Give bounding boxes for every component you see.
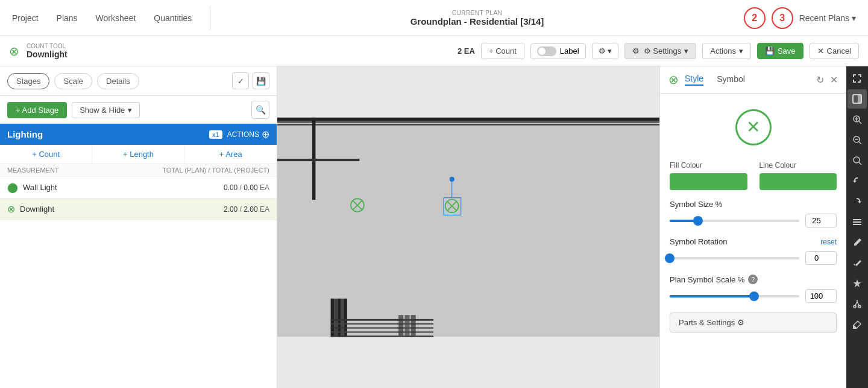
svg-rect-2 bbox=[277, 121, 659, 122]
nav-project[interactable]: Project bbox=[12, 13, 39, 23]
symbol-size-slider[interactable] bbox=[670, 220, 799, 222]
svg-line-38 bbox=[859, 162, 861, 165]
line-colour-swatch[interactable] bbox=[760, 173, 837, 190]
stage-header: Lighting x1 ACTIONS ⊕ bbox=[0, 124, 277, 145]
rotation-row: 0 bbox=[670, 251, 837, 265]
label-toggle[interactable]: Label bbox=[530, 43, 586, 59]
save-small-button[interactable]: 💾 bbox=[253, 72, 269, 89]
svg-point-37 bbox=[854, 157, 860, 163]
rotation-header: Symbol Rotation reset bbox=[670, 237, 837, 246]
fill-colour-swatch[interactable] bbox=[670, 173, 747, 190]
list-icon[interactable] bbox=[848, 212, 867, 232]
checkmark-button[interactable]: ✓ bbox=[232, 72, 249, 89]
marker-icon[interactable] bbox=[848, 274, 867, 293]
add-stage-button[interactable]: + Add Stage bbox=[7, 102, 67, 118]
pen-icon[interactable] bbox=[848, 315, 867, 334]
stage-actions[interactable]: ACTIONS ⊕ bbox=[227, 129, 269, 140]
tab-style[interactable]: Style bbox=[685, 74, 703, 86]
search-icon: 🔍 bbox=[256, 105, 266, 115]
recent-plans-button[interactable]: Recent Plans ▾ bbox=[799, 13, 856, 23]
expand-icon[interactable] bbox=[848, 69, 867, 88]
nav-worksheet[interactable]: Worksheet bbox=[96, 13, 136, 23]
switch-track[interactable] bbox=[537, 46, 556, 56]
nav-links: Project Plans Worksheet Quantities bbox=[12, 13, 192, 23]
svg-rect-3 bbox=[277, 124, 659, 126]
svg-rect-11 bbox=[331, 319, 433, 321]
zoom-in-icon[interactable] bbox=[848, 110, 867, 129]
switch-thumb bbox=[538, 48, 546, 55]
panel-body: ✕ Fill Colour Line Colour Symbol Size % bbox=[660, 94, 846, 342]
stage-name: Lighting bbox=[7, 129, 209, 139]
scale-label: Plan Symbol Scale % bbox=[670, 275, 744, 284]
count-tool-label: COUNT TOOL bbox=[27, 43, 68, 49]
wall-light-icon: ⬤ bbox=[7, 182, 18, 193]
zoom-fit-icon[interactable] bbox=[848, 151, 867, 170]
item-name-downlight: Downlight bbox=[20, 205, 224, 214]
current-plan-label: CURRENT PLAN bbox=[228, 10, 725, 16]
pencil-icon[interactable] bbox=[848, 233, 867, 252]
color-section: Fill Colour Line Colour bbox=[670, 161, 837, 190]
gear-icon-button[interactable]: ⚙ ▾ bbox=[592, 43, 618, 59]
line-colour-label: Line Colour bbox=[760, 161, 837, 170]
zoom-out-icon[interactable] bbox=[848, 130, 867, 150]
cut-icon[interactable] bbox=[848, 294, 867, 314]
nav-plans[interactable]: Plans bbox=[57, 13, 78, 23]
close-panel-button[interactable]: ✕ bbox=[830, 74, 838, 86]
svg-line-31 bbox=[859, 121, 861, 124]
undo-icon[interactable] bbox=[848, 171, 867, 191]
cancel-button[interactable]: ✕ Cancel bbox=[810, 43, 859, 59]
svg-rect-1 bbox=[277, 118, 659, 121]
tab-stages[interactable]: Stages bbox=[7, 73, 49, 89]
count-btn[interactable]: + Count bbox=[0, 145, 92, 164]
actions-button[interactable]: Actions ▾ bbox=[702, 43, 751, 59]
help-icon[interactable]: ? bbox=[748, 275, 758, 284]
scale-header: Plan Symbol Scale % ? bbox=[670, 275, 837, 284]
symbol-rotation-section: Symbol Rotation reset 0 bbox=[670, 237, 837, 265]
area-btn[interactable]: + Area bbox=[185, 145, 277, 164]
svg-rect-16 bbox=[398, 315, 403, 336]
plan-symbol-scale-section: Plan Symbol Scale % ? 100 bbox=[670, 275, 837, 303]
count-button[interactable]: + Count bbox=[481, 43, 524, 59]
panel-toggle-icon[interactable] bbox=[848, 89, 867, 109]
symbol-size-row: 25 bbox=[670, 214, 837, 227]
nav-quantities[interactable]: Quantities bbox=[154, 13, 192, 23]
nav-btn-2[interactable]: 2 bbox=[744, 7, 766, 29]
svg-point-27 bbox=[450, 177, 454, 182]
item-downlight[interactable]: ⊗ Downlight 2.00 / 2.00 EA bbox=[0, 199, 277, 220]
nav-btn-3[interactable]: 3 bbox=[772, 7, 793, 29]
item-wall-light[interactable]: ⬤ Wall Light 0.00 / 0.00 EA bbox=[0, 177, 277, 199]
canvas-area[interactable] bbox=[277, 66, 659, 388]
rotation-thumb[interactable] bbox=[665, 253, 675, 263]
count-btn-row: + Count + Length + Area bbox=[0, 145, 277, 164]
symbol-size-thumb[interactable] bbox=[693, 216, 703, 226]
svg-rect-41 bbox=[853, 224, 861, 225]
length-btn[interactable]: + Length bbox=[92, 145, 184, 164]
count-tool-info: COUNT TOOL Downlight bbox=[27, 43, 68, 59]
symbol-circle: ✕ bbox=[735, 109, 772, 145]
scale-input[interactable]: 100 bbox=[805, 289, 837, 303]
symbol-x-icon: ✕ bbox=[746, 119, 760, 136]
refresh-icon[interactable]: ↻ bbox=[816, 74, 824, 86]
save-button[interactable]: 💾 Save bbox=[757, 43, 804, 59]
item-counts-wall-light: 0.00 / 0.00 EA bbox=[224, 183, 269, 192]
scale-thumb[interactable] bbox=[749, 291, 759, 301]
rotation-slider[interactable] bbox=[670, 257, 799, 259]
redo-icon[interactable] bbox=[848, 192, 867, 211]
scale-slider[interactable] bbox=[670, 295, 799, 297]
tab-details[interactable]: Details bbox=[97, 73, 139, 89]
search-button[interactable]: 🔍 bbox=[251, 101, 269, 119]
parts-settings-button[interactable]: Parts & Settings ⚙ bbox=[670, 313, 837, 332]
show-hide-button[interactable]: Show & Hide ▾ bbox=[72, 102, 140, 118]
tab-scale[interactable]: Scale bbox=[54, 73, 92, 89]
svg-rect-39 bbox=[853, 219, 861, 220]
reset-rotation-button[interactable]: reset bbox=[820, 238, 837, 246]
settings-button[interactable]: ⚙ ⚙ Settings ▾ bbox=[624, 43, 697, 59]
tab-symbol[interactable]: Symbol bbox=[717, 74, 745, 85]
symbol-size-input[interactable]: 25 bbox=[805, 214, 837, 227]
fill-colour-item: Fill Colour bbox=[670, 161, 747, 190]
rotation-input[interactable]: 0 bbox=[805, 251, 837, 265]
downlight-icon: ⊗ bbox=[7, 203, 15, 215]
svg-rect-8 bbox=[338, 299, 341, 337]
eraser-icon[interactable] bbox=[848, 253, 867, 273]
item-name-wall-light: Wall Light bbox=[23, 183, 224, 192]
